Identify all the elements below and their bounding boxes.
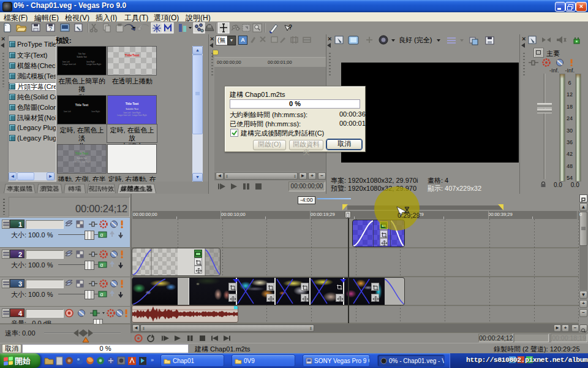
svg-text:α: α [100,232,103,238]
svg-text:?: ? [49,26,52,32]
svg-text:?: ? [288,24,292,31]
svg-text:良好 (完全): 良好 (完全) [399,36,432,44]
svg-text:α: α [100,291,103,297]
svg-text:α: α [100,262,103,268]
